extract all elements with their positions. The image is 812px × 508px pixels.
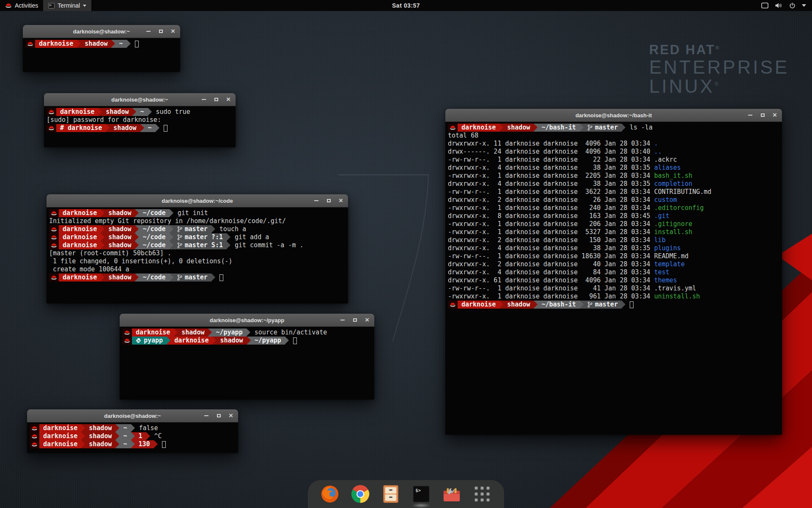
close-button[interactable]: × bbox=[228, 413, 233, 418]
prompt-segment-user: darknoise bbox=[458, 124, 499, 132]
prompt-segment-user: darknoise bbox=[59, 273, 101, 282]
prompt-segment-path: ~ bbox=[119, 424, 131, 432]
prompt-segment-branch: master ?:1 bbox=[173, 233, 227, 241]
git-branch-icon bbox=[587, 124, 593, 131]
window-titlebar[interactable]: darknoise@shadow:~/code× bbox=[47, 194, 348, 207]
window-titlebar[interactable]: darknoise@shadow:~× bbox=[27, 409, 238, 422]
shell-prompt-line: # darknoiseshadow~ bbox=[47, 124, 236, 132]
terminal-output-line: [sudo] password for darknoise: bbox=[47, 116, 236, 124]
powerline-arrow bbox=[534, 124, 538, 132]
powerline-arrow bbox=[131, 424, 135, 432]
prompt-segment-user: darknoise bbox=[56, 108, 98, 116]
prompt-segment-user: darknoise bbox=[39, 432, 81, 440]
dock-icon-files[interactable] bbox=[381, 484, 401, 504]
clock[interactable]: Sat 03:57 bbox=[392, 2, 420, 9]
powerline-arrow bbox=[131, 432, 135, 440]
terminal-screen[interactable]: darknoiseshadow~sudo true[sudo] password… bbox=[44, 106, 236, 147]
maximize-button[interactable] bbox=[158, 29, 163, 34]
window-title: darknoise@shadow:~ bbox=[111, 97, 168, 103]
activities-button[interactable]: Activities bbox=[0, 0, 43, 11]
dock-icon-toolbox[interactable] bbox=[442, 484, 462, 504]
dock-icon-chrome[interactable] bbox=[350, 484, 370, 504]
redhat-icon bbox=[49, 241, 59, 249]
redhat-icon bbox=[49, 273, 59, 282]
close-button[interactable]: × bbox=[772, 113, 777, 118]
maximize-button[interactable] bbox=[760, 113, 765, 118]
terminal-output-line: drwxrwxr-x. 4 darknoise darknoise 38 Jan… bbox=[448, 180, 782, 188]
terminal-screen[interactable]: darknoiseshadow~falsedarknoiseshadow~1^C… bbox=[27, 422, 238, 453]
redhat-icon bbox=[49, 225, 59, 233]
prompt-segment-user: darknoise bbox=[35, 40, 77, 48]
powerline-arrow bbox=[140, 124, 144, 132]
terminal-screen[interactable]: darknoiseshadow~/bash-itmasterls -latota… bbox=[445, 122, 782, 435]
terminal-window: darknoise@shadow:~/bash-it×darknoiseshad… bbox=[445, 109, 782, 434]
terminal-screen[interactable]: darknoiseshadow~ bbox=[23, 38, 180, 72]
window-title: darknoise@shadow:~ bbox=[104, 413, 161, 419]
top-bar: Activities $> Terminal Sat 03:57 bbox=[0, 0, 812, 11]
powerline-arrow bbox=[211, 273, 215, 282]
dock-icon-app-grid[interactable] bbox=[472, 484, 492, 504]
maximize-button[interactable] bbox=[326, 198, 331, 203]
prompt-segment-venv: pyapp bbox=[132, 337, 167, 345]
maximize-button[interactable] bbox=[214, 97, 219, 102]
powerline-arrow bbox=[81, 432, 85, 440]
shell-prompt-line: darknoiseshadow~false bbox=[30, 424, 238, 432]
prompt-segment-branch: master bbox=[584, 124, 622, 132]
terminal-screen[interactable]: darknoiseshadow~/codegit initInitialized… bbox=[47, 207, 348, 304]
window-titlebar[interactable]: darknoise@shadow:~× bbox=[23, 25, 180, 38]
powerline-arrow bbox=[170, 273, 173, 282]
powerline-arrow bbox=[154, 440, 158, 448]
close-button[interactable]: × bbox=[338, 198, 343, 203]
minimize-button[interactable] bbox=[146, 29, 151, 34]
prompt-segment-path: ~ bbox=[119, 440, 131, 448]
prompt-segment-path: ~/code bbox=[139, 209, 169, 217]
redhat-icon bbox=[30, 432, 39, 440]
maximize-button[interactable] bbox=[352, 318, 357, 323]
shell-prompt-line: darknoiseshadow~1^C bbox=[30, 432, 238, 440]
terminal-output-line: create mode 100644 a bbox=[49, 265, 348, 273]
terminal-output-line: drwxrwxr-x. 4 darknoise darknoise 84 Jan… bbox=[448, 268, 782, 276]
redhat-icon bbox=[30, 424, 39, 432]
window-titlebar[interactable]: darknoise@shadow:~× bbox=[44, 93, 236, 106]
terminal-cursor bbox=[219, 274, 223, 281]
minimize-button[interactable] bbox=[201, 97, 206, 102]
terminal-output-line: drwxrwxr-x. 11 darknoise darknoise 4096 … bbox=[448, 140, 782, 148]
prompt-segment-user: darknoise bbox=[170, 337, 212, 345]
terminal-window: darknoise@shadow:~×darknoiseshadow~false… bbox=[27, 409, 238, 453]
close-button[interactable]: × bbox=[365, 318, 370, 323]
redhat-icon bbox=[122, 337, 132, 345]
minimize-button[interactable] bbox=[340, 318, 345, 323]
prompt-segment-host: shadow bbox=[104, 233, 135, 241]
close-button[interactable]: × bbox=[170, 29, 176, 34]
terminal-cursor bbox=[630, 301, 634, 308]
terminal-cursor bbox=[164, 125, 167, 132]
minimize-button[interactable] bbox=[314, 198, 319, 203]
minimize-button[interactable] bbox=[204, 413, 209, 418]
terminal-window: darknoise@shadow:~×darknoiseshadow~ bbox=[23, 25, 180, 72]
app-menu-terminal[interactable]: $> Terminal bbox=[43, 0, 91, 11]
shell-prompt-line: darknoiseshadow~/codemastertouch a bbox=[49, 225, 348, 233]
terminal-screen[interactable]: darknoiseshadow~/pyappsource bin/activat… bbox=[120, 327, 374, 400]
powerline-arrow bbox=[77, 40, 81, 48]
powerline-arrow bbox=[101, 273, 104, 282]
volume-icon bbox=[775, 3, 783, 8]
redhat-icon bbox=[49, 233, 59, 241]
system-status-area[interactable] bbox=[759, 0, 809, 11]
close-button[interactable]: × bbox=[226, 97, 231, 102]
prompt-segment-host: shadow bbox=[104, 241, 135, 249]
powerline-arrow bbox=[106, 124, 110, 132]
powerline-arrow bbox=[170, 233, 173, 241]
terminal-window: darknoise@shadow:~×darknoiseshadow~sudo … bbox=[44, 93, 236, 147]
minimize-button[interactable] bbox=[748, 113, 753, 118]
dock-icon-firefox[interactable] bbox=[320, 484, 340, 504]
window-titlebar[interactable]: darknoise@shadow:~/pyapp× bbox=[120, 314, 374, 327]
window-titlebar[interactable]: darknoise@shadow:~/bash-it× bbox=[445, 109, 782, 122]
git-branch-icon bbox=[177, 274, 182, 281]
maximize-button[interactable] bbox=[216, 413, 221, 418]
dock-icon-terminal[interactable]: $> bbox=[411, 484, 431, 504]
prompt-segment-path: ~/code bbox=[139, 241, 169, 249]
terminal-output-line: [master (root-commit) 50bcb63] . bbox=[49, 249, 348, 257]
shell-prompt-line: darknoiseshadow~/pyappsource bin/activat… bbox=[122, 329, 374, 337]
prompt-segment-user: darknoise bbox=[59, 209, 101, 217]
prompt-segment-host: shadow bbox=[85, 432, 115, 440]
